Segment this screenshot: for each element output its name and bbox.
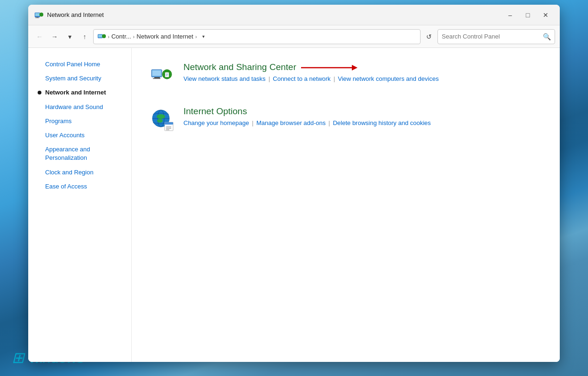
- forward-button[interactable]: →: [48, 30, 61, 43]
- sidebar-item-network-internet: Network and Internet: [38, 86, 131, 100]
- sidebar-item-ease-access[interactable]: Ease of Access: [38, 180, 131, 194]
- network-sharing-center-section: Network and Sharing Center View network …: [151, 62, 541, 87]
- sidebar-item-control-panel-home[interactable]: Control Panel Home: [38, 57, 131, 71]
- sidebar-label-programs: Programs: [45, 117, 72, 125]
- connect-network-link[interactable]: Connect to a network: [273, 75, 331, 82]
- main-area: Control Panel Home System and Security N…: [28, 48, 560, 362]
- sidebar-label-user-accounts: User Accounts: [45, 131, 85, 140]
- sidebar: Control Panel Home System and Security N…: [28, 48, 132, 362]
- maximize-button[interactable]: □: [519, 8, 536, 22]
- minimize-button[interactable]: ‒: [501, 8, 518, 22]
- svg-rect-4: [35, 17, 39, 18]
- change-homepage-link[interactable]: Change your homepage: [183, 119, 249, 126]
- svg-point-29: [157, 114, 165, 119]
- window-controls: ‒ □ ✕: [501, 8, 554, 22]
- svg-rect-3: [37, 17, 39, 17]
- svg-rect-32: [165, 122, 173, 125]
- red-arrow-annotation: [301, 63, 358, 74]
- internet-options-title[interactable]: Internet Options: [183, 106, 431, 117]
- address-bar: ← → ▾ ↑ › Contr... › Network and Interne…: [28, 25, 560, 48]
- delete-history-link[interactable]: Delete browsing history and cookies: [333, 119, 431, 126]
- sidebar-item-hardware-sound[interactable]: Hardware and Sound: [38, 100, 131, 114]
- sidebar-label-control-panel-home: Control Panel Home: [45, 60, 100, 69]
- breadcrumb-sep-2: ›: [133, 34, 135, 39]
- breadcrumb-sep-3: ›: [195, 34, 197, 39]
- content-area: Network and Sharing Center View network …: [132, 48, 560, 362]
- view-network-status-link[interactable]: View network status and tasks: [183, 75, 266, 82]
- io-links-row-1: Change your homepage | Manage browser ad…: [183, 119, 333, 126]
- breadcrumb-control-panel[interactable]: Contr...: [111, 33, 131, 40]
- search-input[interactable]: [442, 33, 541, 40]
- svg-rect-16: [153, 78, 160, 79]
- back-button[interactable]: ←: [33, 30, 46, 43]
- sidebar-label-system-security: System and Security: [45, 74, 101, 83]
- title-bar: Network and Internet ‒ □ ✕: [28, 5, 560, 25]
- links-row-2: View network computers and devices: [338, 75, 438, 82]
- sidebar-label-clock-region: Clock and Region: [45, 168, 94, 177]
- svg-rect-15: [154, 77, 160, 78]
- windows-icon: ⊞: [12, 349, 24, 367]
- svg-rect-1: [35, 13, 40, 16]
- breadcrumb-icon: [97, 32, 106, 41]
- sidebar-item-user-accounts[interactable]: User Accounts: [38, 128, 131, 142]
- link-sep-3: |: [252, 119, 254, 126]
- link-sep-2: |: [334, 75, 335, 82]
- breadcrumb-sep-1: ›: [108, 34, 110, 39]
- title-bar-icon: [34, 10, 43, 20]
- internet-options-links: Change your homepage | Manage browser ad…: [183, 119, 431, 127]
- up-button[interactable]: ↑: [78, 30, 91, 43]
- network-sharing-center-body: Network and Sharing Center View network …: [183, 62, 439, 83]
- sidebar-label-appearance: Appearance and Personalization: [45, 145, 127, 162]
- control-panel-window: Network and Internet ‒ □ ✕ ← → ▾ ↑ › Con…: [28, 5, 560, 362]
- sidebar-label-ease-access: Ease of Access: [45, 182, 87, 191]
- active-bullet: [38, 91, 41, 94]
- close-button[interactable]: ✕: [537, 8, 554, 22]
- sidebar-item-clock-region[interactable]: Clock and Region: [38, 165, 131, 180]
- search-icon: 🔍: [543, 33, 551, 40]
- sidebar-item-appearance[interactable]: Appearance and Personalization: [38, 142, 131, 165]
- internet-options-body: Internet Options Change your homepage | …: [183, 106, 431, 127]
- sidebar-label-hardware-sound: Hardware and Sound: [45, 103, 103, 111]
- sidebar-label-network-internet: Network and Internet: [45, 88, 106, 97]
- breadcrumb-bar: › Contr... › Network and Internet › ▾: [93, 29, 421, 44]
- io-links-row-2: Delete browsing history and cookies: [333, 119, 431, 126]
- network-sharing-center-links: View network status and tasks | Connect …: [183, 75, 439, 83]
- network-sharing-center-icon: [151, 64, 174, 87]
- sidebar-item-programs[interactable]: Programs: [38, 114, 131, 128]
- breadcrumb-dropdown-button[interactable]: ▾: [199, 30, 208, 43]
- svg-rect-14: [152, 70, 161, 76]
- sidebar-item-system-security[interactable]: System and Security: [38, 71, 131, 86]
- link-sep-1: |: [269, 75, 270, 82]
- breadcrumb-network-internet[interactable]: Network and Internet: [136, 33, 193, 40]
- window-title: Network and Internet: [47, 11, 501, 18]
- svg-point-30: [157, 119, 163, 123]
- link-sep-4: |: [328, 119, 330, 126]
- network-sharing-center-title[interactable]: Network and Sharing Center: [183, 62, 296, 72]
- svg-rect-9: [98, 35, 102, 38]
- svg-marker-25: [352, 65, 358, 70]
- search-box: 🔍: [437, 29, 555, 44]
- internet-options-icon: [151, 108, 174, 132]
- manage-addons-link[interactable]: Manage browser add-ons: [256, 119, 326, 126]
- refresh-button[interactable]: ↺: [422, 30, 436, 43]
- recent-locations-button[interactable]: ▾: [63, 30, 76, 43]
- view-network-computers-link[interactable]: View network computers and devices: [338, 75, 438, 82]
- svg-rect-2: [35, 16, 40, 17]
- internet-options-section: Internet Options Change your homepage | …: [151, 106, 541, 132]
- links-row-1: View network status and tasks | Connect …: [183, 75, 338, 82]
